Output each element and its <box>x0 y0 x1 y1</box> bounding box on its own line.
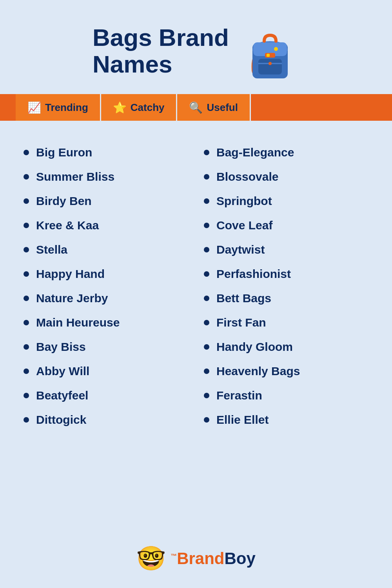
brand-name: Heavenly Bags <box>216 365 300 378</box>
brand-name: Daytwist <box>216 243 265 256</box>
brand-list-columns: Big EuronSummer BlissBirdy BenKree & Kaa… <box>24 140 368 432</box>
brandboy-icon: 🤓 <box>136 544 166 572</box>
bullet-icon <box>24 271 29 277</box>
bullet-icon <box>24 296 29 301</box>
brand-name: Nature Jerby <box>36 292 108 305</box>
list-item: Main Heureuse <box>24 310 188 335</box>
svg-point-7 <box>274 47 278 51</box>
svg-rect-2 <box>258 59 282 74</box>
brand-list-section: Big EuronSummer BlissBirdy BenKree & Kaa… <box>0 132 392 448</box>
brand-name: Bett Bags <box>216 292 271 305</box>
brand-list-left: Big EuronSummer BlissBirdy BenKree & Kaa… <box>24 140 188 432</box>
brand-name: Beatyfeel <box>36 389 88 402</box>
brand-name: Springbot <box>216 194 272 208</box>
logo-brand: ™Brand <box>171 549 224 568</box>
bullet-icon <box>204 198 209 204</box>
brand-name: Bay Biss <box>36 340 86 354</box>
list-item: Blossovale <box>204 165 368 189</box>
bullet-icon <box>204 174 209 180</box>
svg-point-4 <box>269 62 272 65</box>
bullet-icon <box>204 271 209 277</box>
list-item: First Fan <box>204 310 368 335</box>
tab-accent-right <box>251 94 392 121</box>
brand-name: Happy Hand <box>36 267 105 281</box>
brand-name: Main Heureuse <box>36 316 120 329</box>
list-item: Heavenly Bags <box>204 359 368 383</box>
list-item: Daytwist <box>204 238 368 262</box>
bullet-icon <box>24 344 29 350</box>
bullet-icon <box>204 223 209 228</box>
list-item: Dittogick <box>24 408 188 432</box>
brand-name: Ellie Ellet <box>216 413 269 426</box>
list-item: Springbot <box>204 189 368 213</box>
bullet-icon <box>204 150 209 155</box>
logo-text: ™BrandBoy <box>171 549 256 568</box>
brand-name: Cove Leaf <box>216 219 272 232</box>
list-item: Kree & Kaa <box>24 213 188 238</box>
tab-catchy-label: Catchy <box>131 102 165 114</box>
list-item: Big Euron <box>24 140 188 165</box>
bullet-icon <box>204 296 209 301</box>
brand-name: Abby Will <box>36 365 89 378</box>
brand-name: Handy Gloom <box>216 340 293 354</box>
list-item: Beatyfeel <box>24 383 188 408</box>
brand-name: Dittogick <box>36 413 86 426</box>
svg-rect-5 <box>265 53 275 58</box>
list-item: Ferastin <box>204 383 368 408</box>
svg-rect-6 <box>267 54 270 57</box>
list-item: Bag-Elegance <box>204 140 368 165</box>
brand-name: Birdy Ben <box>36 194 92 208</box>
bullet-icon <box>24 368 29 374</box>
list-item: Abby Will <box>24 359 188 383</box>
brand-name: Big Euron <box>36 146 92 159</box>
useful-icon: 🔍 <box>189 101 203 114</box>
list-item: Perfashionist <box>204 262 368 286</box>
brand-list-right: Bag-EleganceBlossovaleSpringbotCove Leaf… <box>204 140 368 432</box>
list-item: Nature Jerby <box>24 286 188 310</box>
bullet-icon <box>204 344 209 350</box>
list-item: Ellie Ellet <box>204 408 368 432</box>
tab-useful-label: Useful <box>207 102 238 114</box>
brand-name: Kree & Kaa <box>36 219 99 232</box>
list-item: Happy Hand <box>24 262 188 286</box>
brand-name: First Fan <box>216 316 266 329</box>
bullet-icon <box>204 247 209 252</box>
bullet-icon <box>204 417 209 423</box>
bullet-icon <box>24 150 29 155</box>
tabs-navigation: 📈 Trending ⭐ Catchy 🔍 Useful <box>0 94 392 121</box>
footer-logo: 🤓 ™BrandBoy <box>136 537 256 588</box>
brand-name: Summer Bliss <box>36 170 114 183</box>
bullet-icon <box>24 417 29 423</box>
bullet-icon <box>24 223 29 228</box>
bullet-icon <box>24 393 29 398</box>
bullet-icon <box>24 174 29 180</box>
page-title: Bags Brand Names <box>93 24 229 78</box>
list-item: Stella <box>24 238 188 262</box>
brand-name: Blossovale <box>216 170 278 183</box>
tab-catchy[interactable]: ⭐ Catchy <box>101 94 178 121</box>
bullet-icon <box>204 320 209 325</box>
tab-trending-label: Trending <box>45 102 88 114</box>
trending-icon: 📈 <box>27 101 41 114</box>
tab-useful[interactable]: 🔍 Useful <box>177 94 250 121</box>
list-item: Handy Gloom <box>204 335 368 359</box>
list-item: Birdy Ben <box>24 189 188 213</box>
catchy-icon: ⭐ <box>113 101 127 114</box>
bullet-icon <box>24 320 29 325</box>
brand-name: Ferastin <box>216 389 262 402</box>
list-item: Cove Leaf <box>204 213 368 238</box>
brand-name: Stella <box>36 243 67 256</box>
header-section: Bags Brand Names <box>0 0 392 94</box>
tab-accent-left <box>0 94 16 121</box>
list-item: Summer Bliss <box>24 165 188 189</box>
list-item: Bett Bags <box>204 286 368 310</box>
bullet-icon <box>24 198 29 204</box>
bullet-icon <box>204 368 209 374</box>
brand-name: Bag-Elegance <box>216 146 294 159</box>
logo-boy: Boy <box>225 549 256 568</box>
bullet-icon <box>204 393 209 398</box>
tab-trending[interactable]: 📈 Trending <box>16 94 101 121</box>
bullet-icon <box>24 247 29 252</box>
list-item: Bay Biss <box>24 335 188 359</box>
brand-name: Perfashionist <box>216 267 291 281</box>
